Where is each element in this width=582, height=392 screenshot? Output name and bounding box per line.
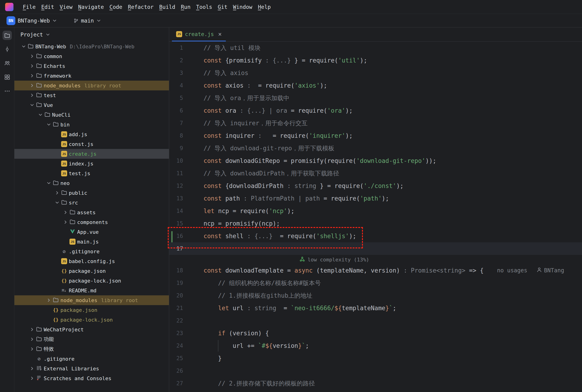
line-number[interactable]: 1 <box>169 44 203 51</box>
menu-item-build[interactable]: Build <box>156 4 178 10</box>
code-line-7[interactable]: 7// 导入 inquirer，用于命令行交互 <box>169 117 582 130</box>
tree-item-add-js[interactable]: JSadd.js <box>14 130 169 139</box>
tree-item-create-js[interactable]: JScreate.js <box>14 149 169 159</box>
code-line-8[interactable]: 8const inquirer : = require('inquirer'); <box>169 130 582 142</box>
code-text[interactable]: const path : PlatformPath | path = requi… <box>203 195 389 202</box>
line-number[interactable]: 15 <box>169 220 203 227</box>
code-text[interactable]: // 1.拼接模板在github上的地址 <box>203 292 313 300</box>
line-number[interactable]: 24 <box>169 342 203 349</box>
tree-item-framework[interactable]: framework <box>14 71 169 81</box>
tree-item-功能[interactable]: 功能 <box>14 334 169 344</box>
tree-item-test-js[interactable]: JStest.js <box>14 168 169 178</box>
code-line-13[interactable]: 13const path : PlatformPath | path = req… <box>169 192 582 205</box>
tab-create-js[interactable]: JS create.js × <box>172 28 226 41</box>
chevron-right-icon[interactable] <box>29 375 35 382</box>
tree-item-public[interactable]: public <box>14 188 169 198</box>
tree-item-components[interactable]: components <box>14 217 169 227</box>
ide-logo-icon[interactable] <box>5 3 13 11</box>
code-text[interactable]: // 导入 util 模块 <box>203 44 260 52</box>
chevron-down-icon[interactable] <box>45 180 52 186</box>
line-number[interactable]: 12 <box>169 183 203 189</box>
code-line-25[interactable]: 25 } <box>169 352 582 364</box>
tree-item-wechatproject[interactable]: WeChatProject <box>14 324 169 334</box>
tree-item-main-js[interactable]: JSmain.js <box>14 237 169 246</box>
chevron-down-icon[interactable] <box>54 199 60 206</box>
tree-item-babel-config-js[interactable]: JSbabel.config.js <box>14 256 169 266</box>
chevron-right-icon[interactable] <box>29 346 35 352</box>
menu-item-edit[interactable]: Edit <box>38 4 57 10</box>
tree-item-const-js[interactable]: JSconst.js <box>14 139 169 149</box>
code-text[interactable]: // 导入 download-git-repo，用于下载模板 <box>203 144 334 152</box>
code-text[interactable]: // 导入 downloadDirPath，用于获取下载路径 <box>203 170 339 178</box>
code-line-6[interactable]: 6const ora : {...} | ora = require('ora'… <box>169 104 582 117</box>
project-widget[interactable]: BN BNTang-Web <box>4 16 60 26</box>
tree-item-assets[interactable]: assets <box>14 208 169 217</box>
code-line-4[interactable]: 4const axios : = require('axios'); <box>169 79 582 92</box>
code-line-10[interactable]: 10const downloadGitRepo = promisify(requ… <box>169 154 582 167</box>
line-number[interactable]: 13 <box>169 195 203 202</box>
code-line-23[interactable]: 23 if (version) { <box>169 327 582 340</box>
code-line-22[interactable]: 22 <box>169 314 582 327</box>
code-text[interactable]: let ncp = require('ncp'); <box>203 208 294 214</box>
line-number[interactable]: 22 <box>169 318 203 324</box>
chevron-right-icon[interactable] <box>29 92 35 98</box>
menu-item-run[interactable]: Run <box>178 4 193 10</box>
line-number[interactable]: 19 <box>169 280 203 286</box>
chevron-right-icon[interactable] <box>45 297 52 304</box>
pull-requests-icon[interactable] <box>2 58 12 68</box>
code-vision-complexity-hint[interactable]: low complexity (13%) <box>169 255 582 264</box>
line-number[interactable]: 10 <box>169 158 203 164</box>
line-number[interactable]: 21 <box>169 305 203 311</box>
chevron-right-icon[interactable] <box>29 63 35 69</box>
tree-item-特效[interactable]: 特效 <box>14 344 169 354</box>
tree-item-package-json[interactable]: {}package.json <box>14 266 169 276</box>
line-number[interactable]: 23 <box>169 330 203 336</box>
code-line-11[interactable]: 11// 导入 downloadDirPath，用于获取下载路径 <box>169 167 582 180</box>
code-area[interactable]: 1// 导入 util 模块2const {promisify : {...} … <box>169 42 582 392</box>
code-text[interactable]: const {downloadDirPath : string } = requ… <box>203 182 404 190</box>
line-number[interactable]: 18 <box>169 267 203 274</box>
chevron-right-icon[interactable] <box>29 336 35 342</box>
menu-item-refactor[interactable]: Refactor <box>125 4 156 10</box>
tree-item-node-modules[interactable]: node_moduleslibrary root <box>14 295 169 305</box>
line-number[interactable]: 27 <box>169 380 203 387</box>
code-line-21[interactable]: 21 let url : string = `neo-it6666/${temp… <box>169 302 582 314</box>
menu-item-git[interactable]: Git <box>215 4 230 10</box>
tree-item-package-lock-json[interactable]: {}package-lock.json <box>14 315 169 324</box>
line-number[interactable]: 7 <box>169 120 203 126</box>
line-number[interactable]: 26 <box>169 368 203 374</box>
line-number[interactable]: 25 <box>169 355 203 362</box>
tree-item-common[interactable]: common <box>14 51 169 61</box>
tree-item-echarts[interactable]: Echarts <box>14 61 169 71</box>
tree-item--gitignore[interactable]: ⊘.gitignore <box>14 354 169 364</box>
tree-item-app-vue[interactable]: App.vue <box>14 227 169 237</box>
code-line-20[interactable]: 20 // 1.拼接模板在github上的地址 <box>169 289 582 302</box>
chevron-right-icon[interactable] <box>29 72 35 79</box>
code-text[interactable]: // 导入 ora，用于显示加载中 <box>203 94 289 102</box>
more-icon[interactable] <box>2 86 12 96</box>
code-text[interactable]: // 导入 inquirer，用于命令行交互 <box>203 119 308 127</box>
tree-item-node-modules[interactable]: node_moduleslibrary root <box>14 81 169 90</box>
chevron-right-icon[interactable] <box>62 209 69 216</box>
code-line-27[interactable]: 27 // 2.拼接存储下载好的模板的路径 <box>169 377 582 390</box>
code-text[interactable]: let url : string = `neo-it6666/${templat… <box>203 305 396 312</box>
line-number[interactable]: 20 <box>169 292 203 299</box>
line-number[interactable]: 11 <box>169 170 203 176</box>
chevron-right-icon[interactable] <box>62 219 69 226</box>
code-line-3[interactable]: 3// 导入 axios <box>169 67 582 79</box>
tree-item-package-json[interactable]: {}package.json <box>14 305 169 315</box>
code-line-19[interactable]: 19 // 组织机构的名称/模板名称#版本号 <box>169 277 582 289</box>
code-line-2[interactable]: 2const {promisify : {...} } = require('u… <box>169 54 582 67</box>
code-line-1[interactable]: 1// 导入 util 模块 <box>169 42 582 54</box>
code-text[interactable]: const downloadGitRepo = promisify(requir… <box>203 157 436 164</box>
code-line-14[interactable]: 14let ncp = require('ncp'); <box>169 205 582 217</box>
chevron-down-icon[interactable] <box>45 121 52 128</box>
tree-item-bntang-web[interactable]: BNTang-WebD:\IdeaPro\BNTang-Web <box>14 42 169 51</box>
menu-item-view[interactable]: View <box>57 4 75 10</box>
tree-item-nuecli[interactable]: NueCli <box>14 110 169 120</box>
code-line-9[interactable]: 9// 导入 download-git-repo，用于下载模板 <box>169 142 582 154</box>
code-text[interactable]: ncp = promisify(ncp); <box>203 220 280 227</box>
git-branch-widget[interactable]: main <box>71 16 104 26</box>
line-number[interactable]: 4 <box>169 82 203 89</box>
chevron-down-icon[interactable] <box>20 43 27 50</box>
